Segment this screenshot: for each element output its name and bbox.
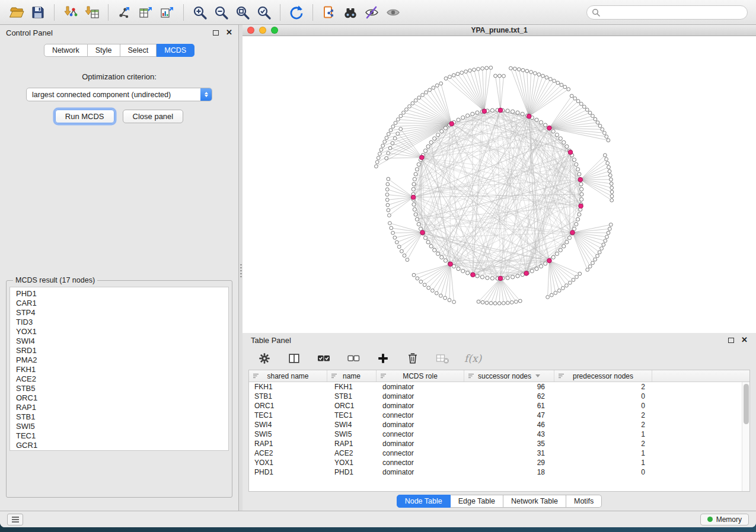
network-node[interactable]	[386, 182, 390, 186]
network-node[interactable]	[457, 267, 460, 271]
network-edge[interactable]	[573, 233, 609, 233]
zoom-out-button[interactable]	[210, 2, 232, 23]
run-mcds-button[interactable]: Run MCDS	[55, 110, 114, 123]
column-header-name[interactable]: name	[327, 370, 377, 382]
share-document-button[interactable]	[318, 2, 340, 23]
network-node[interactable]	[497, 302, 501, 305]
network-node[interactable]	[464, 70, 468, 73]
network-edge[interactable]	[549, 110, 587, 128]
network-node[interactable]	[385, 198, 389, 201]
network-node[interactable]	[516, 111, 519, 114]
network-node[interactable]	[605, 135, 608, 139]
network-node[interactable]	[535, 267, 538, 271]
network-node[interactable]	[605, 158, 608, 161]
network-node[interactable]	[530, 269, 534, 273]
network-node[interactable]	[608, 169, 611, 173]
mcds-result-item[interactable]: SWI4	[10, 336, 228, 346]
network-edge[interactable]	[404, 113, 452, 124]
network-edge[interactable]	[500, 278, 520, 301]
network-node[interactable]	[588, 111, 592, 115]
network-node[interactable]	[476, 274, 479, 278]
table-scrollbar[interactable]	[742, 382, 749, 491]
network-node[interactable]	[440, 255, 444, 259]
network-node[interactable]	[610, 194, 614, 198]
network-node[interactable]	[565, 145, 569, 148]
graphics-details-button[interactable]	[361, 2, 382, 23]
network-node[interactable]	[435, 291, 438, 295]
network-node[interactable]	[452, 300, 456, 304]
network-hub-node[interactable]	[547, 258, 552, 263]
network-node[interactable]	[551, 255, 555, 259]
network-edge[interactable]	[410, 107, 452, 124]
mcds-result-item[interactable]: YOX1	[10, 327, 228, 336]
network-node[interactable]	[548, 78, 552, 81]
network-node[interactable]	[444, 126, 447, 130]
network-node[interactable]	[436, 252, 440, 255]
network-edge[interactable]	[500, 278, 512, 303]
network-node[interactable]	[400, 249, 404, 253]
network-node[interactable]	[596, 254, 599, 258]
network-node[interactable]	[393, 137, 397, 140]
control-panel-float-button[interactable]	[213, 30, 219, 36]
network-edge[interactable]	[413, 197, 468, 273]
network-node[interactable]	[511, 275, 515, 279]
network-node[interactable]	[387, 132, 390, 136]
zoom-selected-button[interactable]	[253, 2, 275, 23]
network-node[interactable]	[388, 146, 392, 150]
delete-table-button[interactable]	[435, 351, 450, 366]
network-edge[interactable]	[573, 233, 591, 267]
network-edge[interactable]	[527, 160, 575, 274]
network-edge[interactable]	[549, 126, 600, 129]
mcds-result-item[interactable]: STB1	[10, 412, 228, 422]
network-edge[interactable]	[519, 69, 529, 116]
network-node[interactable]	[389, 129, 393, 132]
network-node[interactable]	[580, 198, 583, 201]
network-edge[interactable]	[573, 233, 593, 263]
network-node[interactable]	[432, 86, 435, 89]
zoom-in-button[interactable]	[189, 2, 210, 23]
network-node[interactable]	[429, 245, 433, 248]
network-node[interactable]	[386, 203, 390, 207]
network-hub-node[interactable]	[420, 155, 425, 160]
network-node[interactable]	[425, 91, 428, 94]
network-hub-node[interactable]	[524, 271, 529, 276]
network-node[interactable]	[412, 203, 416, 206]
node-table-body[interactable]: FKH1FKH1dominator962STB1STB1dominator620…	[249, 382, 742, 491]
search-network-button[interactable]	[340, 2, 361, 23]
network-node[interactable]	[588, 265, 592, 268]
zoom-fit-button[interactable]	[232, 2, 253, 23]
network-edge[interactable]	[548, 261, 550, 297]
mcds-result-item[interactable]: SWI5	[10, 422, 228, 431]
column-view-button[interactable]	[286, 351, 302, 366]
network-node[interactable]	[562, 245, 566, 248]
network-node[interactable]	[402, 111, 406, 114]
network-node[interactable]	[576, 100, 580, 103]
network-hub-node[interactable]	[411, 195, 416, 200]
control-panel-close-button[interactable]: ✕	[226, 30, 232, 36]
network-node[interactable]	[533, 72, 537, 75]
network-node[interactable]	[379, 148, 383, 152]
network-graph[interactable]	[243, 36, 755, 333]
network-edge[interactable]	[527, 206, 580, 273]
network-node[interactable]	[375, 165, 378, 168]
table-row[interactable]: STB1STB1dominator620	[249, 392, 742, 401]
network-edge[interactable]	[484, 68, 487, 111]
network-node[interactable]	[378, 152, 382, 156]
network-edge[interactable]	[573, 233, 595, 260]
network-node[interactable]	[601, 128, 604, 132]
network-node[interactable]	[408, 105, 412, 108]
add-column-button[interactable]	[375, 351, 391, 366]
import-network-button[interactable]	[60, 2, 81, 23]
network-node[interactable]	[565, 241, 569, 244]
network-node[interactable]	[586, 268, 589, 271]
network-node[interactable]	[399, 127, 403, 131]
network-node[interactable]	[608, 227, 611, 230]
network-hub-node[interactable]	[568, 150, 573, 155]
mcds-result-item[interactable]: STP4	[10, 308, 228, 318]
column-header-shared-name[interactable]: shared name	[249, 370, 327, 382]
network-node[interactable]	[578, 272, 582, 275]
network-node[interactable]	[554, 291, 557, 295]
network-node[interactable]	[429, 140, 433, 144]
network-node[interactable]	[381, 144, 385, 148]
network-edge[interactable]	[491, 278, 500, 303]
